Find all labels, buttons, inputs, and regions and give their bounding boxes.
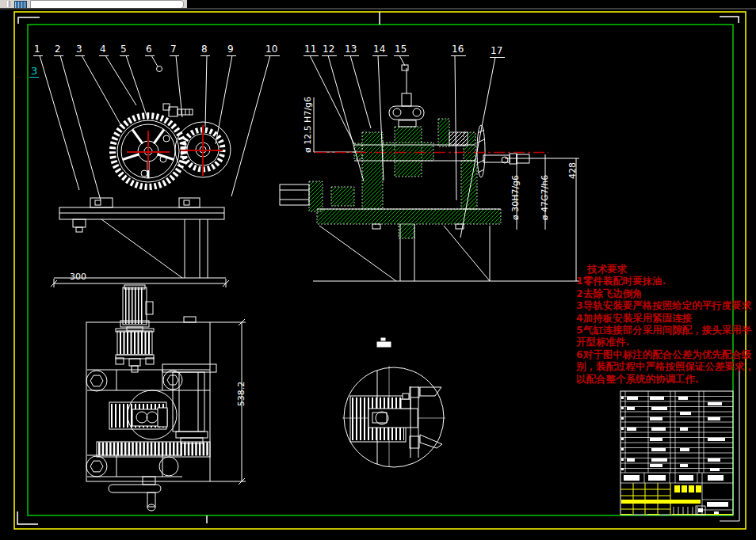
callout-4: 4	[99, 44, 109, 56]
dim-428: 428	[567, 155, 578, 187]
callout-11: 11	[304, 44, 319, 56]
micro-text-blobs	[621, 397, 728, 515]
dim-300: 300	[70, 272, 86, 282]
tech-line: 3导轨安装要严格按照给定的平行度要求	[576, 299, 752, 311]
callout-12: 12	[322, 44, 337, 56]
title-text-blob	[674, 485, 701, 492]
technical-requirements: 技术要求 1零件装配时要抹油. 2去除飞边倒角 3导轨安装要严格按照给定的平行度…	[576, 263, 752, 385]
motor-assembly-view	[86, 285, 246, 511]
callout-13: 13	[344, 44, 359, 56]
tech-line: 4加持板安装采用紧固连接	[576, 312, 752, 324]
dim-shaft30: ø 30H7/g6	[510, 166, 521, 230]
yellow-band	[621, 500, 701, 504]
title-block	[620, 391, 733, 515]
callout-5: 5	[120, 44, 129, 56]
callout-2: 2	[54, 44, 63, 56]
callout-14: 14	[372, 44, 388, 56]
tech-line: 1零件装配时要抹油.	[576, 275, 752, 287]
cad-drawing-screen: 3 1 2 3 4 5 6 7 8 9 10 11 12 13 14 15 16…	[0, 0, 756, 540]
tech-line: 别，装配过程中严格按照保证公差要求，	[576, 360, 752, 372]
callout-7: 7	[170, 44, 179, 56]
callout-15: 15	[394, 44, 409, 56]
tech-line: 开型标准件.	[576, 336, 752, 348]
callout-16: 16	[451, 44, 466, 56]
callout-6: 6	[145, 44, 155, 56]
section-view	[280, 68, 579, 281]
callout-17: 17	[490, 46, 505, 58]
tech-line: 5气缸连接部分采用间隙配，接头采用半	[576, 324, 752, 336]
callout-8: 8	[200, 44, 210, 56]
callout-1: 1	[33, 44, 43, 56]
gear-front-view	[51, 104, 231, 287]
callout-9: 9	[227, 44, 236, 56]
dim-5382: 538.2	[236, 375, 246, 414]
tech-line: 以配合整个系统的协调工作.	[576, 373, 752, 385]
callout-10: 10	[265, 44, 280, 56]
tech-title: 技术要求	[576, 263, 752, 275]
circular-detail-view	[342, 338, 445, 467]
dim-shaft47: ø 47G7/h6	[540, 166, 550, 230]
callout-3: 3	[75, 44, 85, 56]
dim-bore: ø 12.5 H7/g6	[303, 89, 313, 161]
tech-line: 6对于图中标注的配合公差为优先配合级	[576, 348, 752, 360]
tech-line: 2去除飞边倒角	[576, 287, 752, 299]
view-marker: 3	[29, 66, 39, 78]
